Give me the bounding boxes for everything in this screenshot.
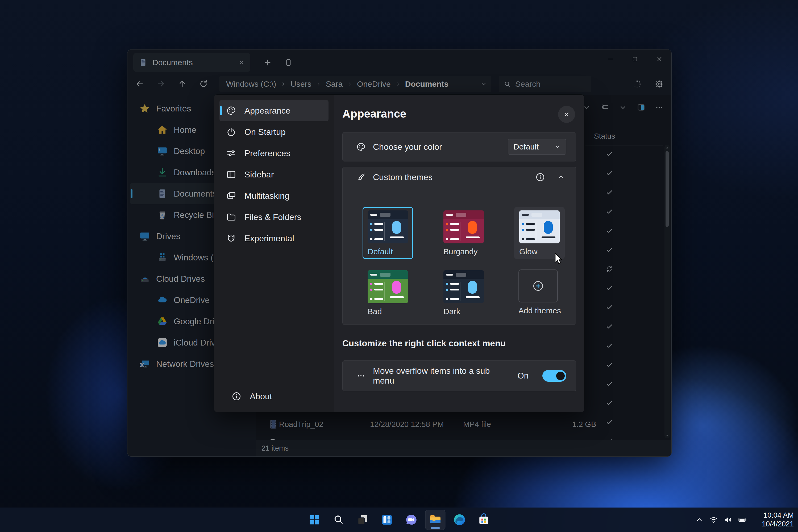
settings-nav-label: Files & Folders: [244, 212, 301, 222]
mouse-cursor: [553, 253, 564, 267]
clock-date: 10/4/2021: [754, 520, 794, 529]
taskbar-app-icon: [429, 513, 442, 527]
selection-pill: [220, 106, 222, 115]
taskbar-app-button[interactable]: [304, 510, 324, 530]
theme-name: Bad: [367, 307, 382, 316]
taskbar: 10:04 AM 10/4/2021: [0, 508, 798, 532]
taskbar-app-button[interactable]: [353, 510, 373, 530]
add-themes-box[interactable]: [518, 269, 558, 302]
settings-nav-item[interactable]: Multitasking: [220, 185, 328, 206]
themes-info-button[interactable]: [533, 170, 547, 184]
volume-icon[interactable]: [722, 514, 734, 526]
theme-preview: [367, 210, 408, 243]
settings-nav-item[interactable]: Sidebar: [220, 164, 328, 185]
settings-nav-icon: [226, 190, 236, 201]
choose-color-label: Choose your color: [373, 142, 442, 152]
custom-themes-label: Custom themes: [373, 172, 433, 182]
taskbar-app-button[interactable]: [377, 510, 397, 530]
taskbar-app-icon: [356, 513, 370, 527]
settings-nav: Appearance On Startup Preferences Sideba…: [214, 95, 334, 412]
theme-name: Default: [367, 247, 393, 256]
ellipsis-icon: [356, 371, 366, 381]
hidden-icons-button[interactable]: [693, 514, 705, 526]
palette-icon: [356, 142, 366, 152]
close-icon: [563, 111, 570, 118]
theme-name: Dark: [443, 307, 460, 316]
settings-nav-about[interactable]: About: [220, 386, 328, 407]
overflow-toggle[interactable]: [543, 370, 566, 382]
brush-icon: [356, 172, 366, 182]
toggle-state-label: On: [518, 371, 529, 381]
collapse-section-icon[interactable]: [554, 170, 568, 184]
taskbar-app-icon: [453, 513, 467, 527]
settings-nav-item[interactable]: Appearance: [220, 100, 328, 121]
theme-card[interactable]: Burgandy: [438, 207, 489, 259]
settings-nav-icon: [226, 127, 236, 137]
settings-nav-label: Appearance: [244, 106, 290, 116]
settings-nav-label: On Startup: [244, 127, 286, 137]
settings-nav-icon: [226, 169, 236, 180]
settings-nav-item[interactable]: Experimental: [220, 228, 328, 249]
theme-card[interactable]: Bad: [363, 267, 413, 319]
taskbar-app-button[interactable]: [425, 510, 445, 530]
clock-time: 10:04 AM: [754, 511, 794, 520]
taskbar-apps: [304, 508, 494, 532]
settings-nav-item[interactable]: Files & Folders: [220, 206, 328, 228]
taskbar-app-icon: [380, 513, 394, 527]
theme-card[interactable]: Glow: [514, 207, 565, 259]
taskbar-app-icon: [332, 513, 345, 527]
settings-nav-label: Experimental: [244, 233, 294, 243]
about-label: About: [250, 392, 272, 401]
settings-nav-label: Multitasking: [244, 191, 289, 201]
taskbar-app-icon: [404, 513, 418, 527]
settings-nav-icon: [226, 105, 236, 116]
color-dropdown[interactable]: Default: [508, 139, 566, 155]
desktop-wallpaper: Documents Windows (C:\): [0, 0, 798, 532]
dialog-close-button[interactable]: [558, 106, 575, 123]
settings-nav-item[interactable]: Preferences: [220, 142, 328, 164]
chevron-down-icon: [554, 144, 561, 150]
wifi-icon[interactable]: [707, 514, 720, 526]
taskbar-app-icon: [307, 513, 321, 527]
overflow-setting-card: Move overflow items into a sub menu On: [342, 360, 576, 391]
theme-grid: Default: [363, 207, 565, 319]
add-themes-tile[interactable]: Add themes: [514, 267, 565, 319]
settings-dialog: Appearance On Startup Preferences Sideba…: [214, 94, 584, 412]
info-icon: [231, 391, 242, 402]
choose-color-card: Choose your color Default: [342, 132, 576, 162]
toggle-knob: [556, 372, 565, 380]
theme-preview: [367, 270, 408, 303]
taskbar-clock[interactable]: 10:04 AM 10/4/2021: [754, 511, 794, 529]
settings-nav-icon: [226, 212, 236, 222]
settings-nav-icon: [226, 233, 236, 244]
active-app-indicator: [431, 527, 440, 529]
theme-card[interactable]: Dark: [438, 267, 489, 319]
taskbar-app-button[interactable]: [328, 510, 349, 530]
taskbar-app-button[interactable]: [474, 510, 494, 530]
plus-circle-icon: [532, 280, 545, 292]
settings-nav-label: Preferences: [244, 148, 290, 158]
color-dropdown-value: Default: [513, 142, 539, 151]
theme-preview: [519, 210, 560, 243]
theme-preview: [443, 270, 484, 303]
context-menu-heading: Customize the right click context menu: [342, 338, 506, 348]
settings-content: Appearance Choose your color Default: [334, 95, 584, 412]
taskbar-app-icon: [477, 513, 491, 527]
system-tray: 10:04 AM 10/4/2021: [693, 508, 794, 532]
settings-nav-item[interactable]: On Startup: [220, 121, 328, 142]
settings-nav-icon: [226, 148, 236, 158]
taskbar-app-button[interactable]: [401, 510, 421, 530]
taskbar-app-button[interactable]: [450, 510, 470, 530]
overflow-setting-label: Move overflow items into a sub menu: [373, 366, 511, 386]
battery-icon[interactable]: [736, 514, 748, 526]
theme-preview: [443, 210, 484, 243]
custom-themes-card: Custom themes: [342, 167, 576, 325]
page-title: Appearance: [342, 108, 406, 120]
files-app-window: Documents Windows (C:\): [127, 49, 672, 457]
settings-nav-label: Sidebar: [244, 170, 274, 179]
theme-card[interactable]: Default: [363, 207, 413, 259]
add-themes-label: Add themes: [518, 306, 561, 315]
theme-name: Glow: [519, 247, 537, 256]
theme-name: Burgandy: [443, 247, 477, 256]
